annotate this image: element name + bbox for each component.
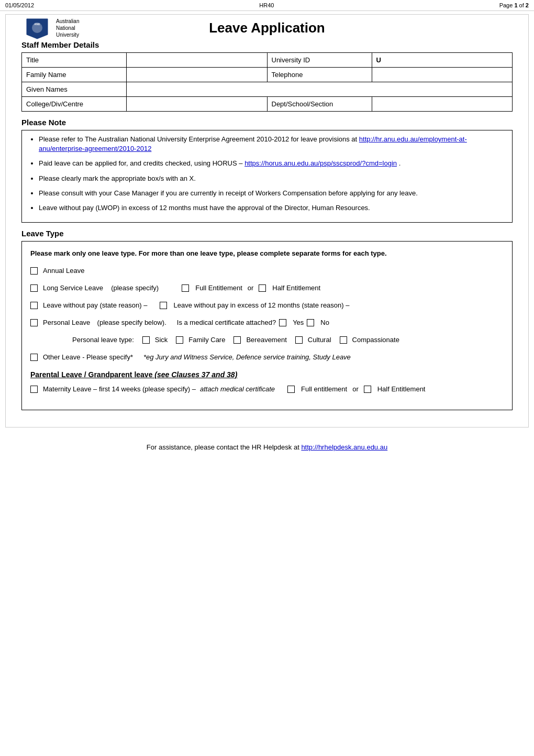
personal-type-label: Personal leave type:: [72, 336, 134, 344]
other-leave-checkbox[interactable]: [30, 354, 38, 361]
no-label: No: [320, 319, 329, 326]
maternity-leave-label: Maternity Leave – first 14 weeks (please…: [43, 385, 196, 393]
or-label: or: [248, 284, 254, 292]
long-service-leave-checkbox[interactable]: [30, 284, 38, 292]
helpdesk-link[interactable]: http://hrhelpdesk.anu.edu.au: [301, 443, 387, 451]
bereavement-label: Bereavement: [246, 336, 286, 344]
please-note-list: Please refer to The Australian National …: [28, 135, 506, 213]
personal-leave-checkbox[interactable]: [30, 319, 38, 326]
title-label: Title: [22, 53, 127, 68]
personal-leave-row: Personal Leave (please specify below). I…: [30, 319, 504, 326]
please-note-heading: Please Note: [21, 118, 513, 127]
compassionate-checkbox[interactable]: [340, 336, 347, 344]
personal-specify-label: (please specify below).: [93, 319, 166, 326]
lwop-checkbox[interactable]: [30, 302, 38, 309]
long-service-leave-row: Long Service Leave (please specify) Full…: [30, 284, 504, 292]
page-title: Leave Application: [209, 20, 325, 36]
anu-logo-icon: ANU: [21, 16, 53, 40]
maternity-leave-row: Maternity Leave – first 14 weeks (please…: [30, 385, 504, 393]
please-note-section: Please Note Please refer to The Australi…: [21, 118, 513, 223]
dept-label: Dept/School/Section: [267, 97, 372, 112]
half-entitlement-checkbox[interactable]: [259, 284, 266, 292]
table-row: College/Div/Centre Dept/School/Section: [22, 97, 513, 112]
lwop-excess-group: Leave without pay in excess of 12 months…: [160, 301, 349, 309]
university-id-value: U: [372, 53, 513, 68]
maternity-entitlement-group: Full entitlement or Half Entitlement: [287, 385, 425, 393]
footer: For assistance, please contact the HR He…: [0, 438, 534, 456]
horus-link[interactable]: https://horus.anu.edu.au/psp/sscsprod/?c…: [244, 159, 397, 167]
logo-title-row: ANU Australian National University Leave…: [21, 20, 513, 36]
table-row: Given Names: [22, 82, 513, 97]
dept-value: [372, 97, 513, 112]
lwop-row: Leave without pay (state reason) – Leave…: [30, 301, 504, 309]
telephone-value: [372, 68, 513, 82]
long-service-leave-label: Long Service Leave: [43, 284, 103, 292]
lwop-label: Leave without pay (state reason) –: [43, 301, 147, 309]
list-item: Please clearly mark the appropriate box/…: [39, 174, 506, 183]
compassionate-label: Compassionate: [352, 336, 399, 344]
svg-text:ANU: ANU: [35, 23, 40, 26]
long-service-specify-label: (please specify): [107, 284, 159, 292]
logo-area: ANU Australian National University: [21, 16, 79, 40]
family-name-label: Family Name: [22, 68, 127, 82]
annual-leave-checkbox[interactable]: [30, 267, 38, 275]
main-content: ANU Australian National University Leave…: [5, 14, 529, 428]
cultural-label: Cultural: [308, 336, 331, 344]
family-care-label: Family Care: [188, 336, 225, 344]
list-item: Please consult with your Case Manager if…: [39, 189, 506, 198]
logo-line2: National: [56, 25, 79, 31]
other-leave-row: Other Leave - Please specify* *eg Jury a…: [30, 353, 504, 361]
maternity-leave-checkbox[interactable]: [30, 386, 38, 393]
lwop-excess-checkbox[interactable]: [160, 302, 167, 309]
page-header: 01/05/2012 HR40 Page 1 of 2: [0, 0, 534, 11]
cultural-group: Cultural: [295, 336, 331, 344]
personal-leave-type-row: Personal leave type: Sick Family Care Be…: [72, 336, 504, 344]
annual-leave-row: Annual Leave: [30, 267, 504, 275]
parental-heading: Parental Leave / Grandparent leave (see …: [30, 370, 504, 379]
logo-line1: Australian: [56, 18, 79, 25]
attach-cert-label: attach medical certificate: [200, 385, 275, 393]
half-entitlement-label: Half Entitlement: [272, 284, 320, 292]
parental-section: Parental Leave / Grandparent leave (see …: [30, 370, 504, 393]
table-row: Title University ID U: [22, 53, 513, 68]
header-page: Page 1 of 2: [499, 2, 529, 8]
university-id-label: University ID: [267, 53, 372, 68]
bereavement-group: Bereavement: [233, 336, 286, 344]
leave-type-heading: Leave Type: [21, 229, 513, 238]
other-leave-note: *eg Jury and Witness Service, Defence se…: [143, 353, 351, 361]
maternity-full-label: Full entitlement: [301, 385, 347, 393]
yes-checkbox[interactable]: [279, 319, 286, 326]
personal-leave-label: Personal Leave: [43, 319, 90, 326]
family-name-value: [127, 68, 268, 82]
leave-type-instruction: Please mark only one leave type. For mor…: [30, 249, 504, 258]
list-item: Leave without pay (LWOP) in excess of 12…: [39, 203, 506, 213]
maternity-half-label: Half Entitlement: [377, 385, 426, 393]
staff-details-heading: Staff Member Details: [21, 40, 513, 49]
please-note-box: Please refer to The Australian National …: [21, 130, 513, 223]
cultural-checkbox[interactable]: [295, 336, 303, 344]
footer-text: For assistance, please contact the HR He…: [147, 443, 302, 451]
given-names-value: [127, 82, 513, 97]
lwop-excess-label: Leave without pay in excess of 12 months…: [173, 301, 349, 309]
maternity-half-checkbox[interactable]: [364, 386, 371, 393]
maternity-full-checkbox[interactable]: [287, 386, 295, 393]
logo-line3: University: [56, 31, 79, 38]
header-date: 01/05/2012: [5, 2, 34, 8]
family-care-checkbox[interactable]: [176, 336, 183, 344]
parental-clauses: (see Clauses 37 and 38): [154, 370, 237, 379]
telephone-label: Telephone: [267, 68, 372, 82]
table-row: Family Name Telephone: [22, 68, 513, 82]
yes-label: Yes: [293, 319, 304, 326]
leave-type-section: Leave Type Please mark only one leave ty…: [21, 229, 513, 410]
other-leave-label: Other Leave - Please specify*: [43, 353, 133, 361]
sick-checkbox[interactable]: [142, 336, 150, 344]
full-entitlement-checkbox[interactable]: [182, 284, 189, 292]
college-value: [127, 97, 268, 112]
sick-group: Sick: [142, 336, 168, 344]
list-item: Please refer to The Australian National …: [39, 135, 506, 154]
no-checkbox[interactable]: [307, 319, 314, 326]
staff-details-table: Title University ID U Family Name Teleph…: [21, 52, 513, 112]
college-label: College/Div/Centre: [22, 97, 127, 112]
bereavement-checkbox[interactable]: [233, 336, 241, 344]
list-item: Paid leave can be applied for, and credi…: [39, 159, 506, 168]
